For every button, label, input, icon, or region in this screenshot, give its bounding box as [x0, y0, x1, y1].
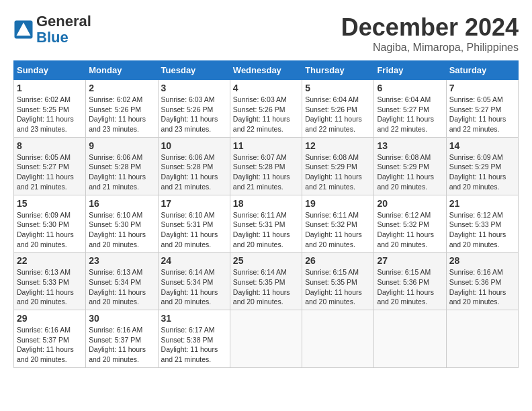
day-number: 11 [233, 140, 299, 151]
day-info: Sunrise: 6:16 AMSunset: 5:36 PMDaylight:… [449, 267, 515, 307]
calendar-cell: 19Sunrise: 6:11 AMSunset: 5:32 PMDayligh… [302, 195, 374, 253]
logo-line1: General [36, 13, 91, 30]
calendar-cell: 27Sunrise: 6:15 AMSunset: 5:36 PMDayligh… [374, 253, 446, 310]
day-number: 18 [233, 198, 299, 209]
day-info: Sunrise: 6:17 AMSunset: 5:38 PMDaylight:… [161, 325, 227, 365]
day-number: 2 [89, 83, 154, 93]
day-info: Sunrise: 6:08 AMSunset: 5:29 PMDaylight:… [305, 152, 371, 192]
day-info: Sunrise: 6:10 AMSunset: 5:31 PMDaylight:… [161, 210, 227, 250]
calendar-cell: 17Sunrise: 6:10 AMSunset: 5:31 PMDayligh… [158, 195, 230, 253]
day-number: 16 [89, 198, 154, 209]
day-info: Sunrise: 6:02 AMSunset: 5:26 PMDaylight:… [89, 95, 154, 134]
logo-icon [13, 19, 34, 40]
day-number: 6 [377, 83, 443, 93]
day-info: Sunrise: 6:08 AMSunset: 5:29 PMDaylight:… [377, 152, 443, 192]
calendar-week-5: 29Sunrise: 6:16 AMSunset: 5:37 PMDayligh… [14, 310, 519, 368]
calendar-cell: 2Sunrise: 6:02 AMSunset: 5:26 PMDaylight… [86, 80, 158, 138]
calendar-week-1: 1Sunrise: 6:02 AMSunset: 5:25 PMDaylight… [14, 80, 519, 138]
calendar-week-3: 15Sunrise: 6:09 AMSunset: 5:30 PMDayligh… [14, 195, 519, 253]
day-number: 9 [89, 140, 154, 151]
day-info: Sunrise: 6:09 AMSunset: 5:29 PMDaylight:… [449, 152, 515, 192]
calendar-cell: 11Sunrise: 6:07 AMSunset: 5:28 PMDayligh… [230, 137, 302, 195]
calendar-cell: 24Sunrise: 6:14 AMSunset: 5:34 PMDayligh… [158, 253, 230, 310]
day-info: Sunrise: 6:07 AMSunset: 5:28 PMDaylight:… [233, 152, 299, 192]
day-info: Sunrise: 6:16 AMSunset: 5:37 PMDaylight:… [17, 325, 83, 365]
day-number: 5 [305, 83, 371, 93]
day-number: 21 [449, 198, 515, 209]
day-number: 26 [305, 255, 371, 266]
calendar-cell [230, 310, 302, 368]
header-row: SundayMondayTuesdayWednesdayThursdayFrid… [14, 61, 519, 80]
calendar-week-2: 8Sunrise: 6:05 AMSunset: 5:27 PMDaylight… [14, 137, 519, 195]
page-header: General Blue December 2024 Nagiba, Mimar… [13, 13, 519, 54]
header-monday: Monday [86, 61, 158, 80]
day-number: 24 [161, 255, 227, 266]
day-number: 12 [305, 140, 371, 151]
header-wednesday: Wednesday [230, 61, 302, 80]
day-number: 1 [17, 83, 83, 93]
day-info: Sunrise: 6:12 AMSunset: 5:32 PMDaylight:… [377, 210, 443, 250]
day-number: 20 [377, 198, 443, 209]
calendar-cell: 4Sunrise: 6:03 AMSunset: 5:26 PMDaylight… [230, 80, 302, 138]
day-number: 30 [89, 313, 154, 324]
day-info: Sunrise: 6:13 AMSunset: 5:33 PMDaylight:… [17, 267, 83, 307]
calendar-cell: 9Sunrise: 6:06 AMSunset: 5:28 PMDaylight… [86, 137, 158, 195]
calendar-cell: 7Sunrise: 6:05 AMSunset: 5:27 PMDaylight… [446, 80, 518, 138]
calendar-cell: 31Sunrise: 6:17 AMSunset: 5:38 PMDayligh… [158, 310, 230, 368]
day-number: 13 [377, 140, 443, 151]
calendar-cell: 10Sunrise: 6:06 AMSunset: 5:28 PMDayligh… [158, 137, 230, 195]
logo-line2: Blue [36, 30, 91, 46]
day-number: 29 [17, 313, 83, 324]
calendar-cell: 20Sunrise: 6:12 AMSunset: 5:32 PMDayligh… [374, 195, 446, 253]
calendar-cell: 25Sunrise: 6:14 AMSunset: 5:35 PMDayligh… [230, 253, 302, 310]
calendar-table: SundayMondayTuesdayWednesdayThursdayFrid… [13, 60, 519, 368]
day-number: 23 [89, 255, 154, 266]
day-info: Sunrise: 6:05 AMSunset: 5:27 PMDaylight:… [17, 152, 83, 192]
day-number: 31 [161, 313, 227, 324]
day-number: 27 [377, 255, 443, 266]
calendar-cell: 30Sunrise: 6:16 AMSunset: 5:37 PMDayligh… [86, 310, 158, 368]
title-area: December 2024 Nagiba, Mimaropa, Philippi… [341, 13, 519, 54]
calendar-cell [374, 310, 446, 368]
calendar-cell: 6Sunrise: 6:04 AMSunset: 5:27 PMDaylight… [374, 80, 446, 138]
day-info: Sunrise: 6:14 AMSunset: 5:35 PMDaylight:… [233, 267, 299, 307]
header-saturday: Saturday [446, 61, 518, 80]
calendar-cell: 23Sunrise: 6:13 AMSunset: 5:34 PMDayligh… [86, 253, 158, 310]
calendar-cell: 18Sunrise: 6:11 AMSunset: 5:31 PMDayligh… [230, 195, 302, 253]
header-friday: Friday [374, 61, 446, 80]
day-info: Sunrise: 6:11 AMSunset: 5:31 PMDaylight:… [233, 210, 299, 250]
header-thursday: Thursday [302, 61, 374, 80]
day-number: 17 [161, 198, 227, 209]
day-number: 15 [17, 198, 83, 209]
day-number: 4 [233, 83, 299, 93]
calendar-cell: 28Sunrise: 6:16 AMSunset: 5:36 PMDayligh… [446, 253, 518, 310]
calendar-cell: 12Sunrise: 6:08 AMSunset: 5:29 PMDayligh… [302, 137, 374, 195]
day-info: Sunrise: 6:16 AMSunset: 5:37 PMDaylight:… [89, 325, 154, 365]
day-info: Sunrise: 6:15 AMSunset: 5:36 PMDaylight:… [377, 267, 443, 307]
day-info: Sunrise: 6:04 AMSunset: 5:26 PMDaylight:… [305, 95, 371, 134]
calendar-cell: 16Sunrise: 6:10 AMSunset: 5:30 PMDayligh… [86, 195, 158, 253]
day-info: Sunrise: 6:11 AMSunset: 5:32 PMDaylight:… [305, 210, 371, 250]
calendar-cell [302, 310, 374, 368]
calendar-cell: 8Sunrise: 6:05 AMSunset: 5:27 PMDaylight… [14, 137, 86, 195]
calendar-cell: 5Sunrise: 6:04 AMSunset: 5:26 PMDaylight… [302, 80, 374, 138]
calendar-cell: 1Sunrise: 6:02 AMSunset: 5:25 PMDaylight… [14, 80, 86, 138]
header-tuesday: Tuesday [158, 61, 230, 80]
calendar-cell [446, 310, 518, 368]
day-number: 10 [161, 140, 227, 151]
day-number: 25 [233, 255, 299, 266]
day-info: Sunrise: 6:03 AMSunset: 5:26 PMDaylight:… [233, 95, 299, 134]
day-number: 14 [449, 140, 515, 151]
calendar-cell: 14Sunrise: 6:09 AMSunset: 5:29 PMDayligh… [446, 137, 518, 195]
location-title: Nagiba, Mimaropa, Philippines [341, 42, 519, 54]
day-info: Sunrise: 6:03 AMSunset: 5:26 PMDaylight:… [161, 95, 227, 134]
day-info: Sunrise: 6:06 AMSunset: 5:28 PMDaylight:… [89, 152, 154, 192]
header-sunday: Sunday [14, 61, 86, 80]
calendar-cell: 15Sunrise: 6:09 AMSunset: 5:30 PMDayligh… [14, 195, 86, 253]
day-number: 3 [161, 83, 227, 93]
day-info: Sunrise: 6:05 AMSunset: 5:27 PMDaylight:… [449, 95, 515, 134]
calendar-cell: 22Sunrise: 6:13 AMSunset: 5:33 PMDayligh… [14, 253, 86, 310]
day-info: Sunrise: 6:04 AMSunset: 5:27 PMDaylight:… [377, 95, 443, 134]
day-number: 22 [17, 255, 83, 266]
calendar-cell: 13Sunrise: 6:08 AMSunset: 5:29 PMDayligh… [374, 137, 446, 195]
